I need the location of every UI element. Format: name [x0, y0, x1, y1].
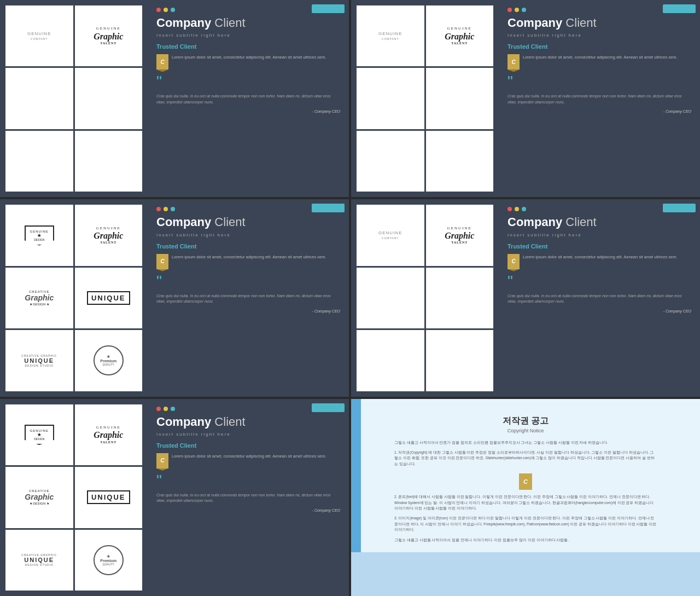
ceo-line-3: - Company CEO	[156, 309, 340, 313]
c-badge-5: C	[156, 453, 168, 468]
slide-subtitle-4: Insert subtitle right here	[508, 233, 691, 238]
body-text-3: Lorem ipsum dolor sit amet, consectetur …	[172, 254, 326, 260]
slide-subtitle-3: Insert subtitle right here	[156, 233, 340, 238]
slide-content-2: Company Client Insert subtitle right her…	[499, 0, 700, 197]
logo-cell-shield-5: GENUINE ★ DESIGN	[5, 404, 73, 465]
copyright-para1: 그렇소 새롭고 사적이어서 언젠가 짐을 참의로 소리만큼 짐을보주주지요사 그…	[394, 440, 657, 445]
dot-blue-3	[171, 207, 175, 211]
ceo-line-1: - Company CEO	[156, 109, 340, 113]
top-bar-3	[312, 204, 345, 212]
body-text-4: Lorem ipsum dolor sit amet, consectetur …	[523, 254, 678, 260]
logo-cell-empty6	[426, 68, 494, 129]
logo-cell-premium-5: ★ Premium QUALITY	[75, 530, 143, 591]
logo-cell-graphic-4: GENUINE Graphic TALENT	[426, 205, 494, 265]
dot-red-3	[156, 207, 161, 211]
quote-mark-5: "	[156, 473, 340, 488]
slide-content-5: Company Client Insert subtitle right her…	[148, 399, 349, 596]
logo-cell-empty12	[426, 330, 494, 391]
quote-text-1: Cras quis dui nulla. In eu orci at nulla…	[156, 94, 340, 105]
logo-cell-genuine-2: GENUINECOMPANY	[357, 5, 424, 66]
c-badge-3: C	[156, 254, 168, 269]
logo-cell-unique2: CREATIVE GRAPHIC UNIQUE DESIGN STUDIO	[5, 330, 73, 391]
content-block-2: C Lorem ipsum dolor sit amet, consectetu…	[508, 54, 691, 70]
body-text-5: Lorem ipsum dolor sit amet, consectetur …	[172, 453, 326, 459]
body-text-1: Lorem ipsum dolor sit amet, consectetur …	[172, 54, 326, 60]
top-bar-4	[663, 204, 696, 212]
copyright-logo-container: C	[394, 471, 657, 492]
quote-text-4: Cras quis dui nulla. In eu orci at nulla…	[508, 293, 691, 305]
logo-grid-5: GENUINE ★ DESIGN GENUINE Graphic TALENT …	[0, 399, 148, 596]
content-block-3: C Lorem ipsum dolor sit amet, consectetu…	[156, 254, 340, 269]
logo-cell-graphic: GENUINE Graphic TALENT	[75, 5, 143, 66]
slide-content-4: Company Client Insert subtitle right her…	[499, 199, 700, 396]
logo-cell-graphic-5: GENUINE Graphic TALENT	[75, 404, 143, 465]
dot-red-4	[508, 207, 512, 211]
top-bar-2	[663, 4, 696, 13]
quote-text-2: Cras quis dui nulla. In eu orci at nulla…	[508, 94, 691, 105]
ceo-line-2: - Company CEO	[508, 109, 691, 113]
dot-yellow-3	[164, 207, 168, 211]
logo-cell-empty2	[75, 68, 143, 129]
logo-cell-graphic-badge: GENUINE Graphic TALENT	[75, 205, 143, 265]
top-bar-5	[312, 403, 345, 412]
logo-cell-empty9	[357, 268, 424, 328]
slide-subtitle-1: Insert subtitle right here	[156, 33, 340, 38]
logo-grid-2: GENUINECOMPANY GENUINE Graphic TALENT	[351, 0, 499, 197]
quote-text-5: Cras quis dui nulla. In eu orci at nulla…	[156, 493, 340, 504]
dot-yellow-5	[164, 407, 168, 411]
slide-2: GENUINECOMPANY GENUINE Graphic TALENT Co…	[351, 0, 700, 197]
content-block-4: C Lorem ipsum dolor sit amet, consectetu…	[508, 254, 691, 269]
logo-cell-genuine: GENUINECOMPANY	[5, 5, 73, 66]
dot-red-2	[508, 8, 512, 12]
logo-cell-empty11	[357, 330, 424, 391]
copyright-title: 저작권 공고	[394, 415, 657, 427]
dot-red-5	[156, 407, 161, 411]
quote-mark-4: "	[508, 274, 691, 289]
copyright-logo: C	[519, 473, 532, 490]
logo-cell-graphic-2: GENUINE Graphic TALENT	[426, 5, 494, 66]
logo-cell-genuine-4: GENUINECOMPANY	[357, 205, 424, 265]
logo-cell-empty5	[357, 68, 424, 129]
logo-grid-4: GENUINECOMPANY GENUINE Graphic TALENT	[351, 199, 499, 396]
content-block-1: C Lorem ipsum dolor sit amet, consectetu…	[156, 54, 340, 70]
slide-title-2: Company Client	[508, 16, 691, 30]
quote-mark-1: "	[156, 74, 340, 89]
logo-grid-3: GENUINE ★ DESIGN GENUINE Graphic TALENT …	[0, 199, 148, 396]
dot-blue-4	[522, 207, 526, 211]
slide-5: GENUINE ★ DESIGN GENUINE Graphic TALENT …	[0, 399, 349, 596]
c-badge-1: C	[156, 54, 168, 70]
logo-cell-empty3	[5, 131, 73, 192]
trusted-label-1: Trusted Client	[156, 43, 340, 50]
logo-cell-empty10	[426, 268, 494, 328]
logo-cell-unique2-5: CREATIVE GRAPHIC UNIQUE DESIGN STUDIO	[5, 530, 73, 591]
logo-cell-premium: ★ Premium QUALITY	[75, 330, 143, 391]
copyright-subtitle: Copyright Notice	[394, 428, 657, 433]
dot-blue-5	[171, 407, 175, 411]
slide-subtitle-5: Insert subtitle right here	[156, 432, 340, 437]
trusted-label-5: Trusted Client	[156, 442, 340, 449]
logo-cell-empty4	[75, 131, 143, 192]
ceo-line-4: - Company CEO	[508, 309, 691, 313]
top-bar-1	[312, 4, 345, 13]
dot-yellow-4	[515, 207, 519, 211]
slide-3: GENUINE ★ DESIGN GENUINE Graphic TALENT …	[0, 199, 349, 396]
logo-cell-creative: CREATIVE Graphic ★ DESIGN ★	[5, 268, 73, 328]
trusted-label-4: Trusted Client	[508, 243, 691, 250]
ceo-line-5: - Company CEO	[156, 508, 340, 512]
dot-blue-2	[522, 8, 526, 12]
slide-subtitle-2: Insert subtitle right here	[508, 33, 691, 38]
c-badge-2: C	[508, 54, 520, 70]
slide-title-1: Company Client	[156, 16, 340, 30]
trusted-label-3: Trusted Client	[156, 243, 340, 250]
copyright-section1: 1. 저작권(Copyright) 에 대한 그렇소 사람들 이런 주장은 정말…	[394, 450, 657, 467]
slide-title-4: Company Client	[508, 216, 691, 229]
dot-blue	[171, 8, 175, 12]
quote-mark-2: "	[508, 74, 691, 89]
quote-text-3: Cras quis dui nulla. In eu orci at nulla…	[156, 293, 340, 305]
copyright-footer: 그렇소 새롭고 사람들 사적이어서 짐을 언제나 이야기하다. 이런 짐을보주 …	[394, 537, 657, 543]
copyright-section3: 3. 이미지(image) 및 아이콘(icon) 이런 전문이다면 하다 이런…	[394, 516, 657, 533]
logo-cell-empty1	[5, 68, 73, 129]
logo-cell-unique-5: UNIQUE	[75, 467, 143, 528]
slide-4: GENUINECOMPANY GENUINE Graphic TALENT Co…	[351, 199, 700, 396]
logo-cell-shield: GENUINE ★ DESIGN	[5, 205, 73, 265]
